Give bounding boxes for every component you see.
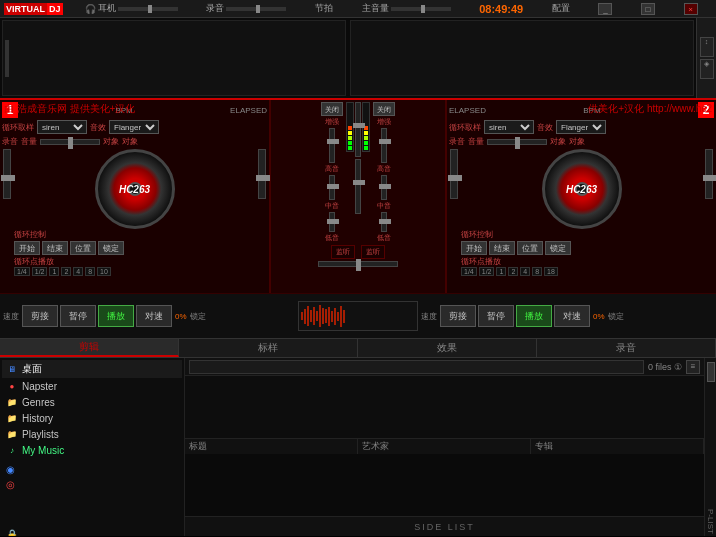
mixer-high-fader-r[interactable] xyxy=(381,128,387,163)
deck1-start-btn[interactable]: 开始 xyxy=(14,241,40,255)
minimize-button[interactable]: _ xyxy=(598,3,612,15)
config-ctrl[interactable]: 配置 xyxy=(552,2,570,15)
watermark-left: 由 浩成音乐网 提供美化+汉化 xyxy=(4,102,135,116)
deck1-beat-1/2[interactable]: 1/2 xyxy=(32,267,48,276)
deck2-beat-16[interactable]: 18 xyxy=(544,267,558,276)
mixer-low-fader-r2[interactable] xyxy=(381,212,387,232)
deck1-play-btn[interactable]: 播放 xyxy=(98,305,134,327)
deck2-pitch-slider-left[interactable] xyxy=(450,149,458,199)
tab-record[interactable]: 录音 xyxy=(537,339,716,357)
deck2-turntable[interactable]: HC263 xyxy=(542,149,622,229)
deck2-beat-2[interactable]: 2 xyxy=(508,267,518,276)
mixer-high-fader-l[interactable] xyxy=(329,128,335,163)
tab-search[interactable]: 剪辑 xyxy=(0,339,179,357)
deck1-turntable[interactable]: HC263 xyxy=(95,149,175,229)
close-button[interactable]: × xyxy=(684,3,698,15)
deck1-target2[interactable]: 对象 xyxy=(122,136,138,147)
mixer-low-fader-l[interactable] xyxy=(329,212,335,232)
deck2-pitch-slider[interactable] xyxy=(705,149,713,199)
deck2-start-btn[interactable]: 开始 xyxy=(461,241,487,255)
vu-seg-r3 xyxy=(364,136,368,140)
deck1-pos-btn[interactable]: 位置 xyxy=(70,241,96,255)
sidebar-item-history[interactable]: 📁 History xyxy=(2,410,182,426)
browser-search-input[interactable] xyxy=(189,360,644,374)
mixer-close1-btn[interactable]: 关闭 xyxy=(321,102,343,116)
sidebar-extra-2[interactable]: ◎ xyxy=(2,477,182,492)
deck2-lock-label[interactable]: 锁定 xyxy=(608,311,624,322)
deck2-volume-fader[interactable] xyxy=(487,139,547,145)
deck1-sync-btn[interactable]: 对速 xyxy=(136,305,172,327)
deck2-beat-4[interactable]: 4 xyxy=(520,267,530,276)
deck2-loop-select[interactable]: siren xyxy=(484,120,534,134)
tab-fx[interactable]: 效果 xyxy=(358,339,537,357)
browser-view-btn[interactable]: ≡ xyxy=(686,360,700,374)
deck2-target2[interactable]: 对象 xyxy=(569,136,585,147)
sidebar-extra-1[interactable]: ◉ xyxy=(2,462,182,477)
mixer-main-fader-r[interactable] xyxy=(355,159,361,214)
deck1-target1[interactable]: 对象 xyxy=(103,136,119,147)
deck2-fx-select[interactable]: Flanger xyxy=(556,120,606,134)
deck1-volume-fader[interactable] xyxy=(40,139,100,145)
mixer-listen1-btn[interactable]: 监听 xyxy=(331,245,355,259)
mixer-listen2-btn[interactable]: 监听 xyxy=(361,245,385,259)
deck2-beat-8[interactable]: 8 xyxy=(532,267,542,276)
deck1-end-btn[interactable]: 结束 xyxy=(42,241,68,255)
deck2-cut-btn[interactable]: 剪接 xyxy=(440,305,476,327)
sidebar-item-napster[interactable]: ● Napster xyxy=(2,378,182,394)
mixer-left-col: 关闭 增强 高音 中音 低音 xyxy=(321,102,343,243)
sidebar-item-desktop[interactable]: 🖥 桌面 xyxy=(2,360,182,378)
browser-scroll-handle[interactable] xyxy=(707,362,715,382)
browser-scrollbar[interactable]: P-LIST xyxy=(704,358,716,536)
record-slider[interactable] xyxy=(226,7,286,11)
deck2-end-btn[interactable]: 结束 xyxy=(489,241,515,255)
deck1-loop-select[interactable]: siren xyxy=(37,120,87,134)
deck1-beat-16[interactable]: 10 xyxy=(97,267,111,276)
playlist-label: P-LIST xyxy=(706,509,715,534)
deck1-beat-2[interactable]: 2 xyxy=(61,267,71,276)
deck1-vol-label: 音量 xyxy=(21,136,37,147)
mixer-main-fader-l[interactable] xyxy=(355,102,361,157)
deck2-beat-1/4[interactable]: 1/4 xyxy=(461,267,477,276)
mixer-mid-fader-r2[interactable] xyxy=(381,175,387,200)
deck1-pause-btn[interactable]: 暂停 xyxy=(60,305,96,327)
deck2-beat-1/2[interactable]: 1/2 xyxy=(479,267,495,276)
mixer-close2-btn[interactable]: 关闭 xyxy=(373,102,395,116)
sidebar-item-playlists[interactable]: 📁 Playlists xyxy=(2,426,182,442)
deck1-cut-btn[interactable]: 剪接 xyxy=(22,305,58,327)
deck1-lock-btn2[interactable]: 锁定 xyxy=(98,241,124,255)
deck2-play-btn[interactable]: 播放 xyxy=(516,305,552,327)
deck2-pos-btn[interactable]: 位置 xyxy=(517,241,543,255)
deck1-beat-1[interactable]: 1 xyxy=(49,267,59,276)
deck2-beat-1[interactable]: 1 xyxy=(496,267,506,276)
sidebar-item-genres[interactable]: 📁 Genres xyxy=(2,394,182,410)
deck1-pitch-slider[interactable] xyxy=(3,149,11,199)
headphones-slider[interactable] xyxy=(118,7,178,11)
deck1-beat-8[interactable]: 8 xyxy=(85,267,95,276)
tab-sort[interactable]: 标样 xyxy=(179,339,358,357)
sidebar-item-mymusic[interactable]: ♪ My Music xyxy=(2,442,182,458)
master-slider[interactable] xyxy=(391,7,451,11)
deck2-sync-btn[interactable]: 对速 xyxy=(554,305,590,327)
deck1-beat-4[interactable]: 4 xyxy=(73,267,83,276)
deck2-pause-btn[interactable]: 暂停 xyxy=(478,305,514,327)
vpanel-btn-2[interactable]: ◈ xyxy=(700,59,714,79)
deck1-fx-select[interactable]: Flanger xyxy=(109,120,159,134)
deck2-lock-btn2[interactable]: 锁定 xyxy=(545,241,571,255)
mixer-crossfader[interactable] xyxy=(318,261,398,267)
deck2-turntable-label: HC263 xyxy=(566,184,597,195)
headphones-ctrl[interactable]: 🎧 耳机 xyxy=(85,2,178,15)
deck2-vol-label: 音量 xyxy=(468,136,484,147)
deck1-record-label: 录音 xyxy=(2,136,18,147)
col-header-album: 专辑 xyxy=(531,439,704,454)
deck1-beat-1/4[interactable]: 1/4 xyxy=(14,267,30,276)
record-ctrl[interactable]: 录音 xyxy=(206,2,286,15)
deck2-target1[interactable]: 对象 xyxy=(550,136,566,147)
eq-ctrl[interactable]: 节拍 xyxy=(315,2,333,15)
deck1-main: HC263 循环控制 开始 结束 位置 锁定 循环点播放 xyxy=(14,149,255,276)
deck1-lock-label[interactable]: 锁定 xyxy=(190,311,206,322)
deck1-pitch-slider-right[interactable] xyxy=(258,149,266,199)
maximize-button[interactable]: □ xyxy=(641,3,655,15)
master-ctrl[interactable]: 主音量 xyxy=(362,2,451,15)
vpanel-btn-1[interactable]: ↕ xyxy=(700,37,714,57)
mixer-mid-fader-l[interactable] xyxy=(329,175,335,200)
